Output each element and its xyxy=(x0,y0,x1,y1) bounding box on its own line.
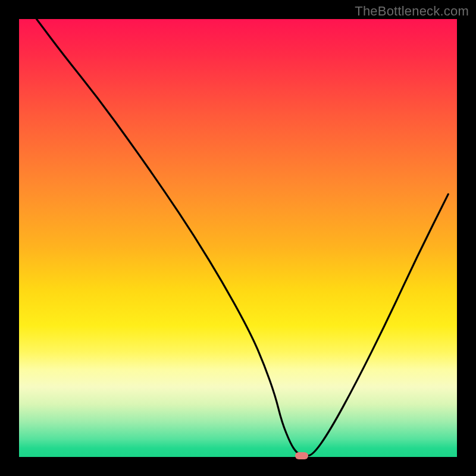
bottleneck-curve xyxy=(36,19,448,456)
optimal-point-marker xyxy=(295,452,308,459)
watermark-text: TheBottleneck.com xyxy=(355,4,469,19)
chart-frame: TheBottleneck.com xyxy=(0,0,476,476)
plot-area xyxy=(19,19,457,457)
curve-svg xyxy=(19,19,457,457)
